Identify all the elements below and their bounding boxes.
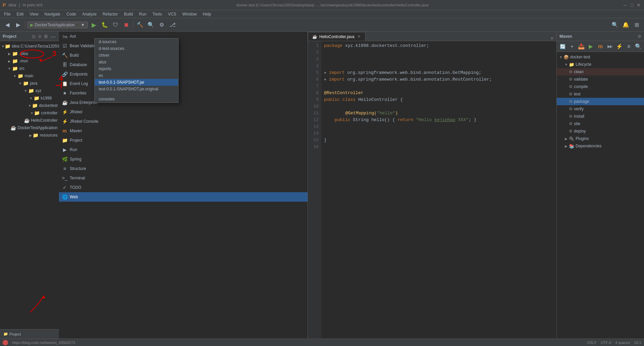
maven-run-button[interactable]: ▶	[586, 42, 595, 51]
run-config-selector[interactable]: ▶ DockerTestApplication ▼	[27, 22, 88, 28]
maven-generate-button[interactable]: ⚡	[615, 42, 624, 51]
sidebar-jrebel-console[interactable]: ⚡ JRebel Console	[59, 117, 308, 126]
popup-item-chiver[interactable]: chiver	[95, 52, 178, 59]
maven-plugins-group[interactable]: ▶ 🔌 Plugins	[557, 135, 644, 142]
maven-compile[interactable]: ⚙ compile	[557, 83, 644, 90]
sidebar-terminal[interactable]: >_ Terminal	[59, 173, 308, 183]
maven-search-button[interactable]: 🔍	[634, 42, 643, 51]
menu-help[interactable]: Help	[200, 11, 214, 17]
status-indent[interactable]: 4 spaces	[615, 341, 630, 345]
popup-item-consoles[interactable]: consoles	[95, 96, 178, 103]
sidebar-web[interactable]: 🌐 Web	[59, 192, 308, 202]
menu-build[interactable]: Build	[121, 11, 136, 17]
tab-close-button[interactable]: ✕	[356, 34, 361, 39]
sidebar-structure[interactable]: ≡ Structure	[59, 164, 308, 173]
tree-main[interactable]: ▼ 📁 main	[0, 72, 59, 80]
maven-dependencies-group[interactable]: ▶ 📚 Dependencies	[557, 142, 644, 150]
close-editor-icon[interactable]: ✕	[550, 36, 554, 41]
debug-button[interactable]: 🐛	[100, 20, 109, 30]
coverage-button[interactable]: 🛡	[111, 20, 120, 30]
layout-button[interactable]: ⊞	[632, 20, 641, 30]
panel-gear-icon[interactable]: ⚙	[43, 33, 49, 40]
maven-deploy[interactable]: ⚙ deploy	[557, 127, 644, 135]
popup-item-atus[interactable]: atus	[95, 59, 178, 65]
panel-collapse-icon[interactable]: ≡	[38, 33, 42, 40]
git-button[interactable]: ⎇	[168, 20, 177, 30]
build-button[interactable]: 🔨	[135, 20, 145, 30]
maven-reload-button[interactable]: 🔄	[558, 42, 567, 51]
menu-code[interactable]: Code	[64, 11, 79, 17]
restore-button[interactable]: □	[629, 2, 635, 8]
notifications-button[interactable]: 🔔	[621, 20, 631, 30]
maven-skip-tests-button[interactable]: ⏭	[606, 42, 614, 51]
maven-project-root[interactable]: ▼ 📦 docker-test	[557, 53, 644, 61]
tree-k1998[interactable]: ▼ 📁 k1998	[0, 94, 59, 102]
panel-sync-icon[interactable]: ⊙	[31, 33, 36, 40]
maven-settings-icon[interactable]: ⚙	[638, 34, 641, 39]
sidebar-run[interactable]: ▶ Run	[59, 145, 308, 154]
find-button[interactable]: 🔍	[610, 20, 620, 30]
maven-test[interactable]: ⚙ test	[557, 90, 644, 98]
stop-button[interactable]: ⏹	[122, 20, 131, 30]
popup-item-jar[interactable]: test-0.0.1-SNAPSHOT.jar	[95, 79, 178, 86]
sidebar-jrebel[interactable]: ⚡ JRebel	[59, 107, 308, 117]
search-button[interactable]: 🔍	[146, 20, 156, 30]
menu-window[interactable]: Window	[180, 11, 199, 17]
sidebar-todo[interactable]: ✓ TODO	[59, 183, 308, 192]
maven-validate[interactable]: ⚙ validate	[557, 76, 644, 83]
menu-run[interactable]: Run	[136, 11, 149, 17]
menu-navigate[interactable]: Navigate	[42, 11, 63, 17]
popup-item-reports[interactable]: reports	[95, 65, 178, 72]
status-encoding[interactable]: UTF-8	[601, 341, 611, 345]
panel-hide-icon[interactable]: —	[50, 33, 56, 40]
strip-project[interactable]: 📁Project	[1, 330, 23, 338]
menu-analyze[interactable]: Analyze	[79, 11, 99, 17]
settings-button[interactable]: ⚙	[157, 20, 166, 30]
maven-site[interactable]: ⚙ site	[557, 120, 644, 127]
status-crlf[interactable]: CRLF	[587, 341, 597, 345]
minimize-button[interactable]: ─	[622, 2, 628, 8]
tree-resources[interactable]: ▶ 📁 resources	[0, 132, 59, 139]
menu-edit[interactable]: Edit	[14, 11, 26, 17]
menu-vcs[interactable]: VCS	[165, 11, 179, 17]
popup-item-d-test-sources[interactable]: d-test-sources	[95, 45, 178, 52]
tree-controller[interactable]: ▼ 📁 controller	[0, 109, 59, 117]
tree-hellocontroller[interactable]: ☕ HelloController	[0, 117, 59, 124]
maven-gear-install: ⚙	[569, 114, 573, 119]
title-bar-controls[interactable]: ─ □ ✕	[622, 2, 641, 8]
maven-package[interactable]: ⚙ package	[557, 98, 644, 105]
close-button[interactable]: ✕	[636, 2, 641, 8]
popup-item-jar-original[interactable]: test-0.0.1-SNAPSHOT.jar.original	[95, 86, 178, 92]
folder-icon-controller: 📁	[34, 110, 40, 116]
tree-dockertest[interactable]: ▼ 📁 dockertest	[0, 102, 59, 109]
sidebar-maven[interactable]: m Maven	[59, 126, 308, 136]
run-button[interactable]: ▶	[89, 20, 99, 30]
tree-idea[interactable]: ▶ 📁 .idea	[0, 50, 59, 57]
menu-refactor[interactable]: Refactor	[100, 11, 121, 17]
editor-tab-hellocontroller[interactable]: ☕ HelloController.java ✕	[308, 32, 365, 41]
maven-add-button[interactable]: +	[568, 42, 576, 51]
back-button[interactable]: ◀	[3, 20, 12, 30]
tree-java[interactable]: ▼ 📁 java	[0, 80, 59, 87]
menu-tools[interactable]: Tools	[150, 11, 165, 17]
maven-lifecycle-group[interactable]: ▼ 📁 Lifecycle	[557, 61, 644, 68]
tree-dockertestapp[interactable]: ☕ DockerTestApplication	[0, 124, 59, 132]
popup-item-es[interactable]: es	[95, 72, 178, 79]
maven-install[interactable]: ⚙ install	[557, 113, 644, 120]
sidebar-project[interactable]: 📁 Project	[59, 136, 308, 145]
menu-view[interactable]: View	[27, 11, 41, 17]
maven-verify[interactable]: ⚙ verify	[557, 105, 644, 113]
maven-m-button[interactable]: m	[596, 42, 605, 51]
maven-import-button[interactable]: 📥	[577, 42, 586, 51]
maven-clean[interactable]: ⚙ clean	[557, 68, 644, 76]
tree-root[interactable]: ▼ 📁 idea C:\Users\Tecna1205\Desktop\idea	[0, 42, 59, 50]
tree-mvn[interactable]: ▶ 📁 .mvn	[0, 57, 59, 65]
tree-src[interactable]: ▼ 📁 src	[0, 65, 59, 72]
code-area[interactable]: package xyz.k1998.dockertest.controller;…	[321, 41, 556, 339]
maven-collapse-button[interactable]: ≡	[624, 42, 633, 51]
sidebar-spring[interactable]: 🌿 Spring	[59, 154, 308, 164]
forward-button[interactable]: ▶	[13, 20, 23, 30]
menu-file[interactable]: File	[1, 11, 13, 17]
popup-item-d-sources[interactable]: d-sources	[95, 38, 178, 45]
tree-xyz[interactable]: ▼ 📁 xyz	[0, 87, 59, 94]
